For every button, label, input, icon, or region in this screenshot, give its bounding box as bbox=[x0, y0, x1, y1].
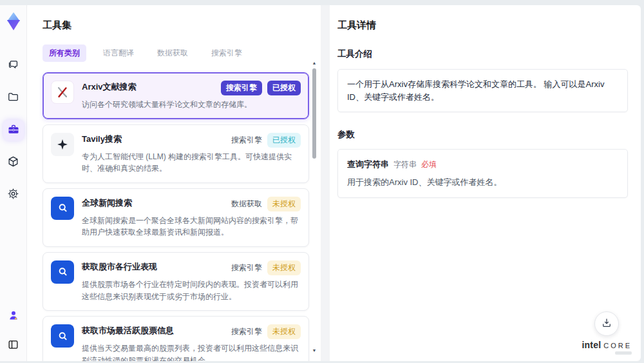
tool-category-badge: 数据获取 bbox=[231, 199, 262, 210]
sparkle-icon bbox=[51, 133, 74, 156]
tool-category-badge: 搜索引擎 bbox=[231, 262, 262, 273]
tool-auth-badge: 未授权 bbox=[267, 260, 301, 275]
user-icon bbox=[8, 309, 19, 323]
tool-title: Arxiv文献搜索 bbox=[82, 81, 137, 93]
tool-desc: 提供股票市场各个行业在特定时间段内的表现。投资者可以利用这些信息来识别表现优于或… bbox=[82, 279, 301, 302]
parameter-desc: 用于搜索的Arxiv ID、关键字或作者姓名。 bbox=[347, 177, 618, 188]
tab-category-0[interactable]: 所有类别 bbox=[43, 44, 86, 62]
tool-auth-badge: 未授权 bbox=[267, 324, 301, 339]
sidebar-item-toolbox[interactable] bbox=[3, 120, 24, 141]
parameter-type: 字符串 bbox=[393, 159, 417, 170]
tool-intro-text: 一个用于从Arxiv存储库搜索科学论文和文章的工具。 输入可以是Arxiv ID… bbox=[347, 79, 604, 102]
tool-title: 全球新闻搜索 bbox=[82, 197, 132, 209]
params-heading: 参数 bbox=[337, 129, 628, 141]
tool-desc: 全球新闻搜索是一个聚合全球各大新闻网站内容的搜索引擎，帮助用户快速获取全球最新资… bbox=[82, 215, 301, 239]
tool-category-badge: 搜索引擎 bbox=[231, 326, 262, 337]
detail-title: 工具详情 bbox=[337, 19, 628, 32]
parameter-card: 查询字符串 字符串 必填 用于搜索的Arxiv ID、关键字或作者姓名。 bbox=[337, 149, 628, 198]
tool-auth-badge: 已授权 bbox=[267, 81, 301, 95]
intel-core-logo: intel core bbox=[582, 340, 632, 350]
chat-icon bbox=[7, 59, 19, 73]
tool-desc: 专为人工智能代理 (LLM) 构建的搜索引擎工具。可快速提供实时、准确和真实的结… bbox=[82, 151, 301, 175]
tab-category-2[interactable]: 数据获取 bbox=[151, 44, 194, 62]
sidebar-bottom bbox=[3, 306, 24, 356]
parameter-name: 查询字符串 bbox=[347, 159, 389, 170]
tool-category-badge: 搜索引擎 bbox=[231, 135, 262, 146]
tool-title: 获取股市各行业表现 bbox=[82, 260, 157, 273]
panel-toggle-icon bbox=[7, 338, 19, 353]
intro-heading: 工具介绍 bbox=[337, 48, 628, 60]
list-scrollbar[interactable]: ▲ ▼ bbox=[311, 61, 317, 353]
tool-desc: 访问各个研究领域大量科学论文和文章的存储库。 bbox=[82, 99, 301, 111]
download-button[interactable] bbox=[594, 311, 619, 336]
tool-auth-badge: 未授权 bbox=[267, 197, 301, 211]
search-blue-icon bbox=[51, 197, 74, 220]
sidebar-item-account[interactable] bbox=[3, 306, 24, 326]
tool-category-badge: 搜索引擎 bbox=[221, 81, 262, 95]
parameter-required-badge: 必填 bbox=[421, 159, 437, 170]
page-title: 工具集 bbox=[43, 19, 309, 32]
search-blue-icon bbox=[51, 260, 74, 284]
scroll-down-icon[interactable]: ▼ bbox=[312, 348, 317, 353]
tool-list-panel: 工具集 所有类别语言翻译数据获取搜索引擎 Arxiv文献搜索 搜索引擎 已授权 … bbox=[27, 5, 321, 361]
download-icon bbox=[601, 317, 612, 331]
tool-title: Tavily搜索 bbox=[82, 133, 122, 145]
tool-card[interactable]: 全球新闻搜索 数据获取 未授权 全球新闻搜索是一个聚合全球各大新闻网站内容的搜索… bbox=[43, 188, 309, 247]
briefcase-icon bbox=[7, 123, 20, 138]
sidebar-item-settings[interactable] bbox=[3, 184, 24, 205]
folder-icon bbox=[7, 91, 19, 105]
search-blue-icon bbox=[51, 324, 74, 348]
cube-icon bbox=[7, 155, 19, 170]
sidebar-item-chat[interactable] bbox=[3, 55, 24, 76]
brand-subtext-placeholder bbox=[615, 351, 632, 355]
tool-card[interactable]: 获取股市各行业表现 搜索引擎 未授权 提供股票市场各个行业在特定时间段内的表现。… bbox=[43, 252, 309, 311]
app-logo-icon bbox=[5, 12, 22, 31]
footer-area: intel core bbox=[582, 311, 632, 355]
tool-list: Arxiv文献搜索 搜索引擎 已授权 访问各个研究领域大量科学论文和文章的存储库… bbox=[43, 72, 309, 361]
tool-intro-box: 一个用于从Arxiv存储库搜索科学论文和文章的工具。 输入可以是Arxiv ID… bbox=[337, 69, 628, 112]
sidebar-item-collapse-panel[interactable] bbox=[3, 335, 24, 356]
scrollbar-thumb[interactable] bbox=[312, 68, 316, 159]
arxiv-logo-icon bbox=[51, 81, 74, 104]
tool-detail-panel: 工具详情 工具介绍 一个用于从Arxiv存储库搜索科学论文和文章的工具。 输入可… bbox=[330, 5, 641, 361]
tool-auth-badge: 已授权 bbox=[267, 133, 301, 148]
tab-category-1[interactable]: 语言翻译 bbox=[97, 44, 140, 62]
tool-title: 获取市场最活跃股票信息 bbox=[82, 324, 174, 337]
sidebar bbox=[0, 5, 27, 361]
gear-icon bbox=[7, 188, 19, 202]
sidebar-nav bbox=[3, 55, 24, 205]
scroll-up-icon[interactable]: ▲ bbox=[312, 61, 317, 66]
page-frame: 工具集 所有类别语言翻译数据获取搜索引擎 Arxiv文献搜索 搜索引擎 已授权 … bbox=[0, 0, 644, 363]
app-window: 工具集 所有类别语言翻译数据获取搜索引擎 Arxiv文献搜索 搜索引擎 已授权 … bbox=[0, 5, 641, 361]
core-wordmark: core bbox=[603, 342, 632, 349]
parameter-header: 查询字符串 字符串 必填 bbox=[347, 159, 618, 170]
scrollbar-track[interactable] bbox=[312, 66, 317, 348]
category-tabs: 所有类别语言翻译数据获取搜索引擎 bbox=[43, 44, 309, 62]
tool-card[interactable]: 获取市场最活跃股票信息 搜索引擎 未授权 提供当天交易量最高的股票列表，投资者可… bbox=[43, 316, 309, 361]
sidebar-item-package[interactable] bbox=[3, 152, 24, 173]
panel-divider bbox=[321, 5, 330, 361]
tool-card[interactable]: Tavily搜索 搜索引擎 已授权 专为人工智能代理 (LLM) 构建的搜索引擎… bbox=[43, 124, 309, 183]
tool-card[interactable]: Arxiv文献搜索 搜索引擎 已授权 访问各个研究领域大量科学论文和文章的存储库… bbox=[43, 72, 309, 119]
tab-category-3[interactable]: 搜索引擎 bbox=[205, 44, 249, 62]
sidebar-item-folder[interactable] bbox=[3, 88, 24, 108]
tool-desc: 提供当天交易量最高的股票列表，投资者可以利用这些信息来识别流动性强的股票和潜在的… bbox=[82, 342, 301, 361]
intel-wordmark: intel bbox=[582, 340, 601, 350]
